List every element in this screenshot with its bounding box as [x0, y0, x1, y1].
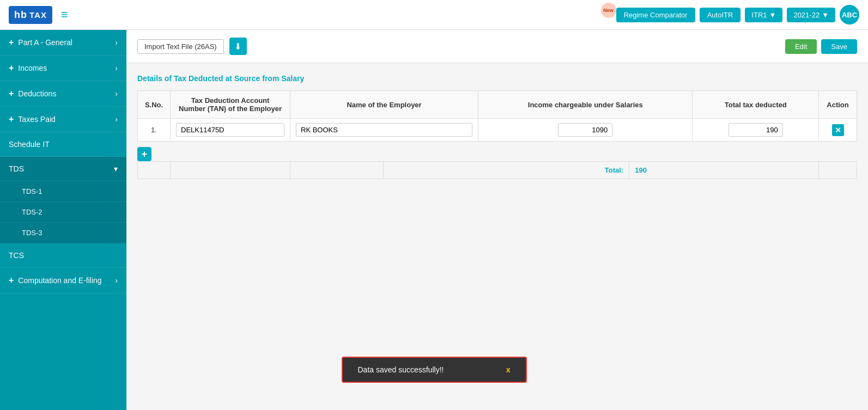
sidebar-item-tds-1[interactable]: TDS-1 [0, 181, 126, 202]
itr1-dropdown-button[interactable]: ITR1 ▼ [745, 8, 782, 22]
year-dropdown-button[interactable]: 2021-22 ▼ [787, 8, 835, 22]
navbar: hb TAX ≡ New Regime Comparator AutoITR I… [0, 0, 868, 30]
toast-close-button[interactable]: x [506, 365, 511, 374]
sidebar-item-incomes[interactable]: + Incomes › [0, 56, 126, 81]
action-cell: ✕ [819, 119, 857, 142]
sidebar-item-taxes-paid[interactable]: + Taxes Paid › [0, 107, 126, 132]
main-layout: + Part A - General › + Incomes › + Deduc… [0, 30, 868, 410]
chevron-right-icon: › [115, 89, 118, 98]
col-employer: Name of the Employer [290, 91, 478, 119]
chevron-down-icon: › [115, 115, 118, 124]
sidebar-item-tcs[interactable]: TCS [0, 243, 126, 268]
navbar-left: hb TAX ≡ [9, 6, 68, 24]
chevron-down-icon: ▾ [114, 164, 118, 173]
section-title: Details of Tax Deducted at Source from S… [137, 74, 857, 83]
sidebar-item-label: Deductions [18, 89, 56, 98]
navbar-right: New Regime Comparator AutoITR ITR1 ▼ 202… [597, 5, 859, 25]
sidebar-item-part-a-general[interactable]: + Part A - General › [0, 30, 126, 56]
sidebar-item-label: Incomes [18, 64, 47, 72]
tds-table: S.No. Tax Deduction Account Number (TAN)… [137, 90, 857, 142]
tan-cell [171, 119, 290, 142]
total-label: Total: [383, 162, 629, 179]
new-badge: New [601, 3, 616, 18]
sidebar-item-label: Schedule IT [9, 140, 50, 149]
avatar[interactable]: ABC [840, 5, 859, 25]
edit-button[interactable]: Edit [785, 39, 817, 54]
content-topbar: Import Text File (26AS) ⬇ Edit Save [126, 30, 868, 63]
col-income: Income chargeable under Salaries [478, 91, 693, 119]
add-row-button[interactable]: + [137, 147, 151, 161]
sidebar-item-computation[interactable]: + Computation and E-filing › [0, 268, 126, 293]
import-label: Import Text File (26AS) [137, 39, 224, 54]
employer-cell [290, 119, 478, 142]
col-sno: S.No. [138, 91, 171, 119]
income-input[interactable] [558, 123, 612, 137]
sidebar-item-label: Computation and E-filing [18, 276, 101, 285]
chevron-down-icon: ▼ [822, 11, 829, 19]
chevron-down-icon: ▼ [769, 11, 776, 19]
tax-deducted-input[interactable] [729, 123, 783, 137]
plus-icon: + [9, 114, 14, 124]
chevron-right-icon: › [115, 38, 118, 47]
total-row: Total: 190 [138, 162, 857, 179]
col-tan: Tax Deduction Account Number (TAN) of th… [171, 91, 290, 119]
total-table: Total: 190 [137, 161, 857, 179]
logo-hb: hb [14, 9, 27, 21]
logo-tax: TAX [29, 10, 47, 20]
sidebar-item-label: TDS [9, 164, 24, 173]
topbar-actions: Edit Save [785, 39, 857, 54]
sidebar-item-tds-3[interactable]: TDS-3 [0, 223, 126, 243]
sno-cell: 1. [138, 119, 171, 142]
tan-input[interactable] [176, 123, 284, 137]
chevron-right-icon: › [115, 276, 118, 285]
plus-icon: + [9, 63, 14, 73]
download-icon: ⬇ [234, 41, 241, 52]
col-tax-deducted: Total tax deducted [693, 91, 819, 119]
plus-icon: + [9, 276, 14, 285]
col-action: Action [819, 91, 857, 119]
employer-input[interactable] [296, 123, 472, 137]
auto-itr-button[interactable]: AutoITR [700, 8, 741, 22]
tax-deducted-cell [693, 119, 819, 142]
download-button[interactable]: ⬇ [229, 38, 247, 55]
income-cell [478, 119, 693, 142]
chevron-right-icon: › [115, 64, 118, 72]
tds-submenu: TDS-1 TDS-2 TDS-3 [0, 181, 126, 243]
sidebar-item-tds-2[interactable]: TDS-2 [0, 202, 126, 223]
total-value: 190 [629, 162, 819, 179]
toast-notification: Data saved successfully!! x [342, 357, 527, 383]
sidebar: + Part A - General › + Incomes › + Deduc… [0, 30, 126, 410]
import-section: Import Text File (26AS) ⬇ [137, 38, 247, 55]
plus-icon: + [9, 38, 14, 47]
save-button[interactable]: Save [821, 39, 857, 54]
content-area: Import Text File (26AS) ⬇ Edit Save Deta… [126, 30, 868, 410]
logo: hb TAX [9, 6, 52, 24]
sidebar-item-tds[interactable]: TDS ▾ [0, 157, 126, 181]
sidebar-item-label: TCS [9, 251, 24, 260]
sidebar-item-deductions[interactable]: + Deductions › [0, 81, 126, 107]
plus-icon: + [9, 89, 14, 99]
sidebar-item-label: Taxes Paid [18, 115, 55, 124]
table-row: 1. ✕ [138, 119, 857, 142]
sidebar-item-schedule-it[interactable]: Schedule IT [0, 132, 126, 157]
delete-row-button[interactable]: ✕ [832, 124, 844, 136]
toast-message: Data saved successfully!! [358, 365, 444, 374]
sidebar-item-label: Part A - General [18, 38, 72, 47]
regime-comparator-button[interactable]: Regime Comparator [616, 8, 695, 22]
hamburger-icon[interactable]: ≡ [61, 8, 68, 22]
